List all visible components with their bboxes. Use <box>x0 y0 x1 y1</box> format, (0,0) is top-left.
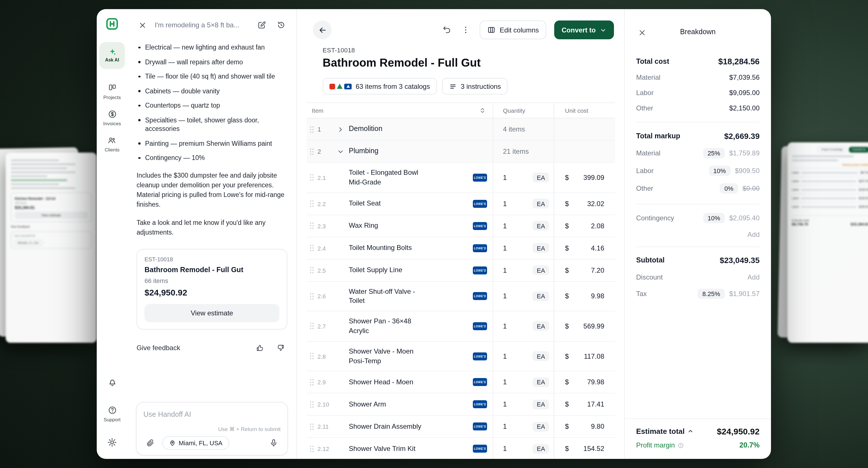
quantity-value[interactable]: 1 <box>503 378 507 386</box>
table-row[interactable]: 2.6 Water Shut-off Valve - Toilet LOWE'S… <box>307 282 615 312</box>
sidebar-item-support[interactable]: Support <box>103 405 121 422</box>
table-row[interactable]: 2.5 Toilet Supply Line LOWE'S 1 EA <box>307 259 615 282</box>
unit-cost-value[interactable]: 9.98 <box>591 292 604 300</box>
unit-cost-value[interactable]: 117.08 <box>584 352 604 360</box>
location-pill[interactable]: Miami, FL, USA <box>162 436 229 450</box>
drag-handle-icon[interactable] <box>310 352 314 360</box>
ask-ai-button[interactable]: Ask AI <box>100 42 125 68</box>
quantity-value[interactable]: 1 <box>503 200 507 207</box>
unit-cost-value[interactable]: 399.09 <box>584 174 604 182</box>
sidebar-item-projects[interactable]: Projects <box>103 83 121 100</box>
quantity-value[interactable]: 1 <box>503 423 507 431</box>
chat-composer[interactable]: Use ⌘ + Return to submit Miami, FL, USA <box>136 402 288 456</box>
unit-cost-value[interactable]: 2.08 <box>591 222 604 230</box>
table-row[interactable]: 2.11 Shower Drain Assembly LOWE'S 1 <box>307 416 615 438</box>
add-discount-button[interactable]: Add <box>747 273 760 281</box>
unit-cost-value[interactable]: 17.41 <box>587 401 604 409</box>
unit-cost-value[interactable]: 7.20 <box>591 266 604 274</box>
chat-input[interactable] <box>144 410 280 418</box>
group-chevron[interactable] <box>337 148 345 155</box>
sidebar-item-invoices[interactable]: Invoices <box>103 109 121 126</box>
unit-cost-value[interactable]: 79.98 <box>587 378 604 386</box>
undo-button[interactable] <box>440 23 454 37</box>
quantity-value[interactable]: 1 <box>503 222 507 230</box>
table-row[interactable]: 1 Demolition 4 items <box>307 118 615 141</box>
unit-pill[interactable]: EA <box>533 221 549 231</box>
unit-cost-value[interactable]: 32.02 <box>587 200 604 207</box>
drag-handle-icon[interactable] <box>310 174 314 181</box>
drag-handle-icon[interactable] <box>310 266 314 274</box>
catalogs-badge[interactable]: 63 items from 3 catalogs <box>322 78 437 94</box>
table-row[interactable]: 2.4 Toilet Mounting Bolts LOWE'S 1 <box>307 237 615 259</box>
view-estimate-button[interactable]: View estimate <box>145 304 279 322</box>
contingency-pct-pill[interactable]: 10% <box>703 213 724 223</box>
quantity-value[interactable]: 1 <box>503 322 507 330</box>
estimate-total-toggle[interactable]: Estimate total <box>636 427 694 436</box>
table-row[interactable]: 2.12 Shower Valve Trim Kit LOWE'S 1 <box>307 438 615 459</box>
unit-pill[interactable]: EA <box>533 199 549 208</box>
table-row[interactable]: 2.2 Toilet Seat LOWE'S 1 EA <box>307 193 615 215</box>
quantity-value[interactable]: 1 <box>503 352 507 360</box>
quantity-value[interactable]: 1 <box>503 445 507 453</box>
quantity-value[interactable]: 1 <box>503 244 507 252</box>
quantity-value[interactable]: 1 <box>503 292 507 300</box>
unit-cost-value[interactable]: 4.16 <box>591 244 604 252</box>
close-chat-button[interactable] <box>136 19 149 32</box>
table-row[interactable]: 2.3 Wax Ring LOWE'S 1 EA <box>307 215 615 237</box>
unit-pill[interactable]: EA <box>533 378 549 387</box>
quantity-value[interactable]: 1 <box>503 174 507 182</box>
new-chat-button[interactable] <box>255 18 269 32</box>
quantity-value[interactable]: 1 <box>503 266 507 274</box>
unit-pill[interactable]: EA <box>533 173 549 182</box>
more-options-button[interactable] <box>459 23 473 37</box>
back-button[interactable] <box>313 21 332 39</box>
tax-pct-pill[interactable]: 8.25% <box>698 289 724 299</box>
unit-pill[interactable]: EA <box>533 444 549 454</box>
settings-button[interactable] <box>105 435 120 450</box>
drag-handle-icon[interactable] <box>310 148 314 155</box>
drag-handle-icon[interactable] <box>310 244 314 252</box>
microphone-button[interactable] <box>267 436 280 450</box>
edit-columns-button[interactable]: Edit columns <box>480 21 546 39</box>
unit-pill[interactable]: EA <box>533 422 549 432</box>
drag-handle-icon[interactable] <box>310 222 314 229</box>
notifications-button[interactable] <box>105 375 119 389</box>
drag-handle-icon[interactable] <box>310 293 314 300</box>
table-row[interactable]: 2.9 Shower Head - Moen LOWE'S 1 EA <box>307 372 615 394</box>
table-row[interactable]: 2.1 Toilet - Elongated Bowl Mid-Grade LO… <box>307 163 615 193</box>
thumbs-up-button[interactable] <box>253 341 267 355</box>
drag-handle-icon[interactable] <box>310 379 314 386</box>
collapse-all-button[interactable] <box>479 107 486 114</box>
table-row[interactable]: 2.8 Shower Valve - Moen Posi-Temp LOWE'S… <box>307 342 615 372</box>
unit-cost-value[interactable]: 9.80 <box>591 423 604 431</box>
drag-handle-icon[interactable] <box>310 323 314 330</box>
table-row[interactable]: 2 Plumbing 21 items <box>307 141 615 163</box>
add-contingency-button[interactable]: Add <box>747 231 760 239</box>
unit-cost-value[interactable]: 569.99 <box>584 322 604 330</box>
markup-other-pct-pill[interactable]: 0% <box>720 183 738 194</box>
unit-pill[interactable]: EA <box>533 292 549 301</box>
thumbs-down-button[interactable] <box>274 341 287 355</box>
unit-pill[interactable]: EA <box>533 243 549 253</box>
group-chevron[interactable] <box>337 125 345 133</box>
unit-pill[interactable]: EA <box>533 265 549 275</box>
chat-history-button[interactable] <box>274 18 288 32</box>
unit-pill[interactable]: EA <box>533 351 549 361</box>
close-breakdown-button[interactable] <box>636 26 649 39</box>
unit-pill[interactable]: EA <box>533 400 549 409</box>
table-row[interactable]: 2.7 Shower Pan - 36×48 Acrylic LOWE'S 1 <box>307 312 615 341</box>
markup-labor-pct-pill[interactable]: 10% <box>709 166 730 176</box>
drag-handle-icon[interactable] <box>310 125 314 133</box>
instructions-badge[interactable]: 3 instructions <box>442 78 507 94</box>
unit-pill[interactable]: EA <box>533 321 549 331</box>
drag-handle-icon[interactable] <box>310 445 314 452</box>
drag-handle-icon[interactable] <box>310 423 314 431</box>
convert-to-button[interactable]: Convert to <box>554 21 614 39</box>
table-row[interactable]: 2.10 Shower Arm LOWE'S 1 EA <box>307 394 615 416</box>
sidebar-item-clients[interactable]: Clients <box>105 136 120 153</box>
markup-material-pct-pill[interactable]: 25% <box>703 148 724 158</box>
attach-file-button[interactable] <box>144 436 157 450</box>
drag-handle-icon[interactable] <box>310 200 314 207</box>
quantity-value[interactable]: 4 items <box>503 125 525 133</box>
unit-cost-value[interactable]: 154.52 <box>584 445 604 453</box>
